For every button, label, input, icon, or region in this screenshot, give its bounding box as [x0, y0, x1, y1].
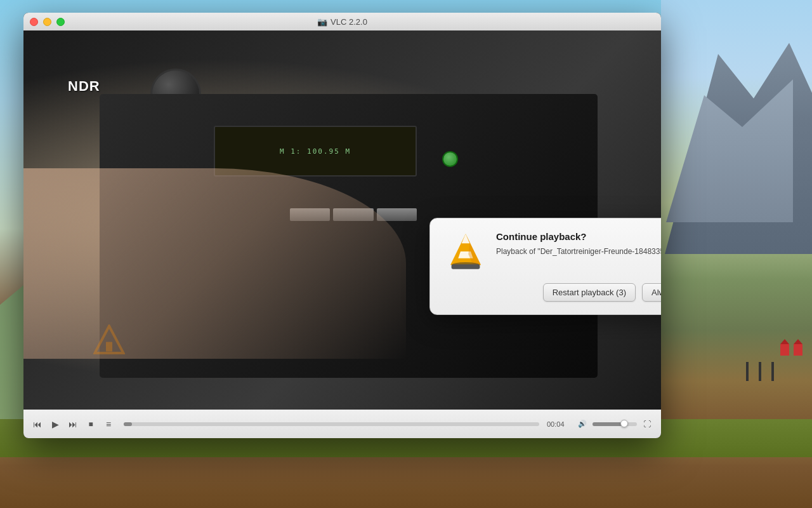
volume-icon-button[interactable]: 🔊	[575, 417, 590, 432]
restart-playback-button[interactable]: Restart playback (3)	[543, 283, 636, 302]
dialog-title: Continue playback?	[496, 231, 661, 242]
video-area[interactable]: NDR M 1: 100.95 M	[23, 30, 661, 410]
desktop: 📷 VLC 2.2.0 NDR M 1: 100.95 M	[0, 0, 812, 508]
vlc-title-icon: 📷	[317, 17, 327, 27]
dialog-text-area: Continue playback? Playback of "Der_Tato…	[496, 231, 661, 257]
minimize-button[interactable]	[43, 18, 51, 26]
dialog-message: Playback of "Der_Tatortreiniger-Freunde-…	[496, 246, 661, 257]
fence-post-3	[746, 362, 749, 381]
title-bar-title: 📷 VLC 2.2.0	[317, 17, 367, 27]
play-icon: ▶	[52, 419, 59, 429]
window-title: VLC 2.2.0	[331, 17, 367, 27]
continue-playback-dialog: Continue playback? Playback of "Der_Tato…	[429, 218, 661, 315]
volume-slider[interactable]	[593, 422, 637, 426]
svg-rect-1	[106, 342, 112, 352]
building-roof	[794, 339, 802, 344]
vlc-window: 📷 VLC 2.2.0 NDR M 1: 100.95 M	[23, 13, 661, 438]
building-roof-2	[780, 339, 789, 344]
radio-display-text: M 1: 100.95 M	[280, 147, 351, 156]
vlc-watermark	[93, 324, 125, 359]
fast-forward-icon: ⏭	[69, 419, 77, 429]
fence-post-2	[759, 362, 761, 381]
traffic-lights	[30, 18, 65, 26]
green-knob	[442, 151, 458, 167]
desktop-bottom-scenery	[0, 438, 812, 508]
stop-icon: ■	[88, 420, 93, 429]
volume-fill	[593, 422, 622, 426]
dialog-content: Continue playback? Playback of "Der_Tato…	[445, 231, 661, 272]
fence-post-1	[771, 362, 774, 381]
fullscreen-button[interactable]: ⛶	[639, 417, 655, 432]
hand-overlay	[23, 168, 406, 359]
svg-rect-7	[452, 264, 480, 269]
fast-forward-button[interactable]: ⏭	[65, 417, 81, 432]
progress-bar[interactable]	[124, 422, 539, 426]
controls-bar: ⏮ ▶ ⏭ ■ ≡ 00:04 🔊	[23, 410, 661, 438]
time-display: 00:04	[547, 420, 572, 428]
vlc-cone-icon	[445, 231, 486, 272]
dialog-buttons: Restart playback (3) Always continue Con…	[445, 283, 661, 302]
fullscreen-icon: ⛶	[643, 420, 651, 429]
title-bar: 📷 VLC 2.2.0	[23, 13, 661, 30]
progress-fill	[124, 422, 132, 426]
rewind-icon: ⏮	[33, 419, 42, 429]
ndr-logo: NDR	[68, 78, 100, 95]
close-button[interactable]	[30, 18, 38, 26]
rewind-button[interactable]: ⏮	[30, 417, 45, 432]
always-continue-button[interactable]: Always continue	[642, 283, 661, 302]
play-pause-button[interactable]: ▶	[48, 417, 63, 432]
playlist-button[interactable]: ≡	[101, 417, 116, 432]
stop-button[interactable]: ■	[83, 417, 98, 432]
building	[794, 344, 802, 356]
volume-knob[interactable]	[620, 420, 628, 427]
svg-marker-3	[462, 234, 470, 243]
building-2	[780, 344, 789, 356]
playlist-icon: ≡	[106, 419, 111, 429]
volume-icon: 🔊	[578, 420, 587, 428]
maximize-button[interactable]	[56, 18, 65, 26]
